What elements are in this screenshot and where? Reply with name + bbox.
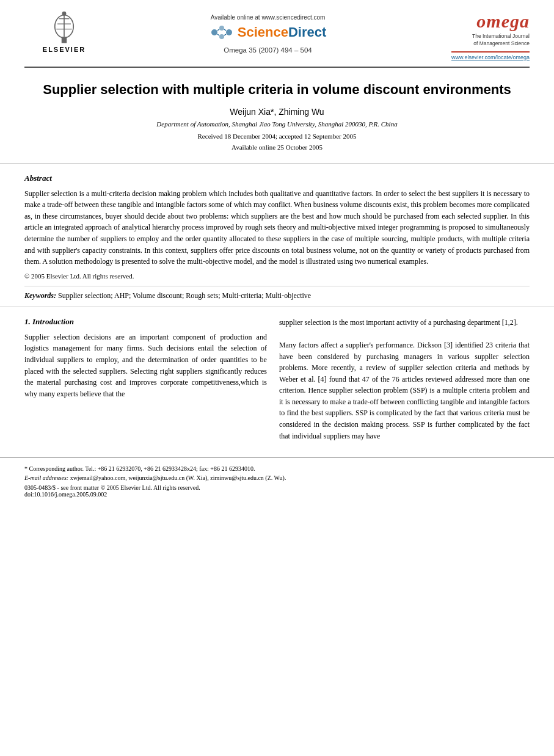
affiliation: Department of Automation, Shanghai Jiao … bbox=[37, 120, 517, 128]
svg-point-9 bbox=[226, 29, 232, 35]
copyright-text: © 2005 Elsevier Ltd. All rights reserved… bbox=[24, 272, 530, 280]
main-content: 1. Introduction Supplier selection decis… bbox=[0, 307, 554, 452]
abstract-title: Abstract bbox=[24, 173, 530, 183]
omega-logo-section: omega The International Journalof Manage… bbox=[432, 11, 530, 60]
page: ELSEVIER Available online at www.science… bbox=[0, 0, 554, 756]
section-1-right-text: supplier selection is the most important… bbox=[279, 317, 530, 442]
footnote: * Corresponding author. Tel.: +86 21 629… bbox=[0, 457, 554, 504]
keywords-text: Supplier selection; AHP; Volume discount… bbox=[58, 291, 311, 300]
svg-point-10 bbox=[219, 34, 224, 39]
article-title: Supplier selection with multiple criteri… bbox=[37, 81, 517, 99]
keywords-label: Keywords: bbox=[24, 291, 56, 300]
header-center: Available online at www.sciencedirect.co… bbox=[104, 11, 432, 54]
elsevier-logo: ELSEVIER bbox=[24, 11, 104, 53]
received-date: Received 18 December 2004; accepted 12 S… bbox=[37, 131, 517, 153]
abstract-text: Supplier selection is a multi-criteria d… bbox=[24, 188, 530, 267]
omega-subtitle: The International Journalof Management S… bbox=[472, 33, 530, 48]
available-online-text: Available online at www.sciencedirect.co… bbox=[104, 14, 432, 21]
authors: Weijun Xia*, Zhiming Wu bbox=[37, 107, 517, 117]
sciencedirect-text: ScienceDirect bbox=[238, 24, 327, 40]
title-section: Supplier selection with multiple criteri… bbox=[0, 68, 554, 164]
svg-point-6 bbox=[62, 12, 67, 16]
svg-line-14 bbox=[217, 34, 219, 35]
omega-url: www.elsevier.com/locate/omega bbox=[451, 51, 530, 60]
omega-logo: omega bbox=[476, 11, 530, 32]
elsevier-label: ELSEVIER bbox=[43, 46, 86, 53]
keywords-line: Keywords: Supplier selection; AHP; Volum… bbox=[24, 286, 530, 300]
svg-line-11 bbox=[217, 29, 219, 31]
footnote-corresponding: * Corresponding author. Tel.: +86 21 629… bbox=[24, 464, 530, 482]
abstract-section: Abstract Supplier selection is a multi-c… bbox=[0, 164, 554, 307]
header: ELSEVIER Available online at www.science… bbox=[0, 0, 554, 67]
right-column: supplier selection is the most important… bbox=[279, 317, 530, 442]
section-1-title: 1. Introduction bbox=[24, 317, 267, 327]
svg-point-8 bbox=[219, 26, 224, 31]
sciencedirect-logo: ScienceDirect bbox=[104, 23, 432, 42]
footnote-emails: xwjemail@yahoo.com, weijunxia@sjtu.edu.c… bbox=[70, 474, 286, 481]
footnote-issn: 0305-0483/$ - see front matter © 2005 El… bbox=[24, 484, 530, 498]
svg-point-7 bbox=[211, 29, 217, 35]
footnote-email-label: E-mail addresses: bbox=[24, 474, 68, 481]
journal-info: Omega 35 (2007) 494 – 504 bbox=[104, 46, 432, 54]
svg-line-12 bbox=[224, 29, 226, 31]
svg-line-13 bbox=[224, 34, 226, 35]
left-column: 1. Introduction Supplier selection decis… bbox=[24, 317, 267, 442]
section-1-left-text: Supplier selection decisions are an impo… bbox=[24, 332, 267, 400]
